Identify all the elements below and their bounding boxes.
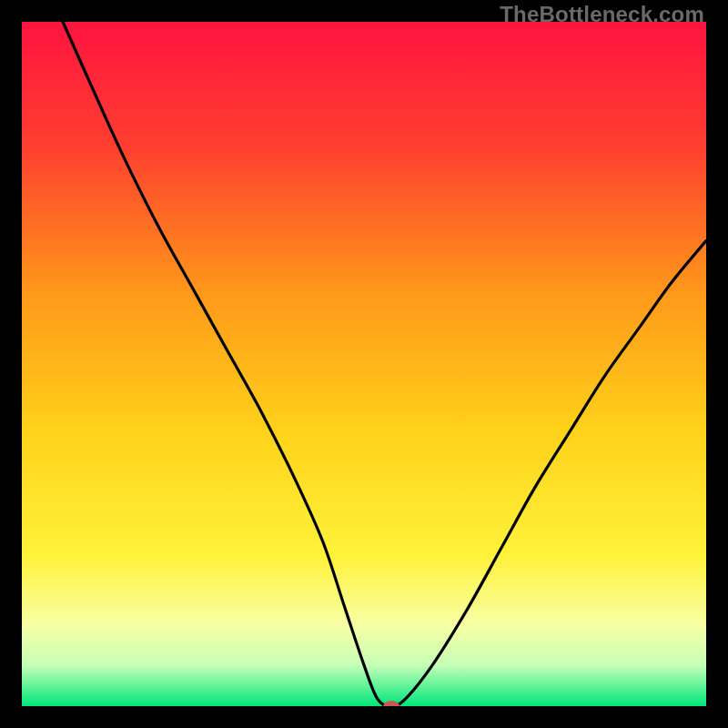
bottleneck-chart (22, 22, 706, 706)
chart-frame (22, 22, 706, 706)
gradient-background (22, 22, 706, 706)
